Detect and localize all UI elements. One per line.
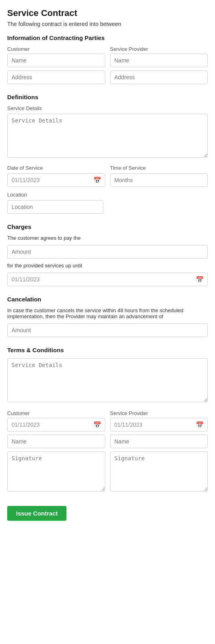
customer-label: Customer	[7, 46, 105, 52]
terms-section: Terms & Conditions Customer 📅 Service Pr…	[7, 347, 208, 493]
date-of-service-wrapper: 📅	[7, 173, 105, 187]
charges-until-date-input[interactable]	[7, 273, 208, 286]
charges-until-text: for the provided services up until	[7, 263, 208, 269]
customer-date-wrapper: 📅	[7, 418, 105, 431]
customer-column: Customer	[7, 46, 105, 84]
charges-until-date-wrapper: 📅	[7, 273, 208, 286]
location-input[interactable]	[7, 200, 103, 214]
customer-name-input[interactable]	[7, 54, 105, 67]
provider-sig-name-input[interactable]	[110, 435, 208, 448]
service-details-textarea[interactable]	[7, 114, 208, 158]
provider-address-input[interactable]	[110, 70, 208, 84]
contracting-parties-section: Information of Contracting Parties Custo…	[7, 34, 208, 84]
customer-sig-label: Customer	[7, 410, 105, 416]
issue-contract-button[interactable]: Issue Contract	[7, 506, 66, 521]
charges-amount-input[interactable]	[7, 245, 208, 259]
service-details-group: Service Details	[7, 105, 208, 159]
date-of-service-label: Date of Service	[7, 165, 105, 171]
provider-signature-textarea[interactable]	[110, 451, 208, 492]
date-time-grid: Date of Service 📅 Time of Service	[7, 165, 208, 187]
contracting-parties-grid: Customer Service Provider	[7, 46, 208, 84]
provider-sig-label: Service Provider	[110, 410, 208, 416]
cancelation-body-text: In case the customer cancels the service…	[7, 307, 208, 319]
time-of-service-input[interactable]	[110, 173, 208, 187]
time-of-service-group: Time of Service	[110, 165, 208, 187]
cancelation-section: Cancelation In case the customer cancels…	[7, 296, 208, 337]
provider-column: Service Provider	[110, 46, 208, 84]
cancelation-heading: Cancelation	[7, 296, 208, 303]
date-of-service-input[interactable]	[7, 173, 105, 187]
contracting-parties-heading: Information of Contracting Parties	[7, 34, 208, 41]
terms-heading: Terms & Conditions	[7, 347, 208, 353]
location-group: Location	[7, 192, 208, 214]
cancelation-amount-input[interactable]	[7, 323, 208, 337]
time-of-service-label: Time of Service	[110, 165, 208, 171]
definitions-section: Definitions Service Details Date of Serv…	[7, 94, 208, 214]
location-label: Location	[7, 192, 208, 198]
charges-heading: Charges	[7, 223, 208, 230]
provider-sig-date-input[interactable]	[110, 418, 208, 431]
page-title: Service Contract	[7, 8, 208, 18]
page-subtitle: The following contract is entered into b…	[7, 21, 208, 27]
provider-date-wrapper: 📅	[110, 418, 208, 431]
signatures-grid: Customer 📅 Service Provider 📅	[7, 410, 208, 493]
customer-address-input[interactable]	[7, 70, 105, 84]
definitions-heading: Definitions	[7, 94, 208, 100]
provider-name-input[interactable]	[110, 54, 208, 67]
customer-sig-name-input[interactable]	[7, 435, 105, 448]
customer-sig-date-input[interactable]	[7, 418, 105, 431]
date-of-service-group: Date of Service 📅	[7, 165, 105, 187]
provider-label: Service Provider	[110, 46, 208, 52]
service-details-label: Service Details	[7, 105, 208, 111]
charges-body-text: The customer agrees to pay the	[7, 235, 208, 241]
customer-signature-textarea[interactable]	[7, 451, 105, 492]
terms-textarea[interactable]	[7, 358, 208, 402]
customer-signature-col: Customer 📅	[7, 410, 105, 493]
provider-signature-col: Service Provider 📅	[110, 410, 208, 493]
charges-section: Charges The customer agrees to pay the f…	[7, 223, 208, 286]
